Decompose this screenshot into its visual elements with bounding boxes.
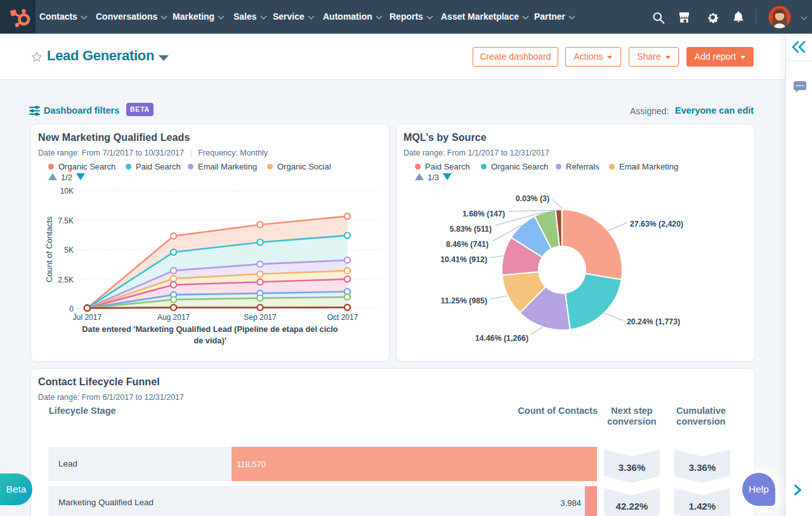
svg-text:7.5K: 7.5K (58, 216, 74, 225)
svg-text:Count of Contacts: Count of Contacts (44, 216, 54, 282)
svg-text:2.5K: 2.5K (58, 275, 74, 284)
svg-text:Aug 2017: Aug 2017 (157, 313, 190, 322)
svg-text:Jul 2017: Jul 2017 (73, 313, 102, 322)
svg-text:5K: 5K (64, 246, 74, 255)
svg-text:14.46% (1,266): 14.46% (1,266) (475, 334, 528, 343)
svg-text:Date entered 'Marketing Qualif: Date entered 'Marketing Qualified Lead (… (82, 324, 338, 334)
svg-text:8.46% (741): 8.46% (741) (446, 240, 488, 249)
svg-text:27.63% (2,420): 27.63% (2,420) (630, 220, 683, 228)
svg-text:11.25% (985): 11.25% (985) (441, 296, 487, 305)
svg-text:10.41% (912): 10.41% (912) (440, 255, 487, 264)
svg-text:Sep 2017: Sep 2017 (244, 313, 277, 322)
svg-text:20.24% (1,773): 20.24% (1,773) (627, 317, 680, 326)
svg-text:1.68% (147): 1.68% (147) (462, 209, 505, 218)
svg-text:0: 0 (69, 305, 74, 314)
svg-text:Oct 2017: Oct 2017 (327, 313, 358, 322)
svg-text:0.03% (3): 0.03% (3) (516, 194, 549, 203)
svg-text:10K: 10K (60, 187, 74, 195)
svg-text:5.83% (511): 5.83% (511) (450, 225, 492, 234)
svg-text:de vida)': de vida)' (193, 336, 226, 345)
